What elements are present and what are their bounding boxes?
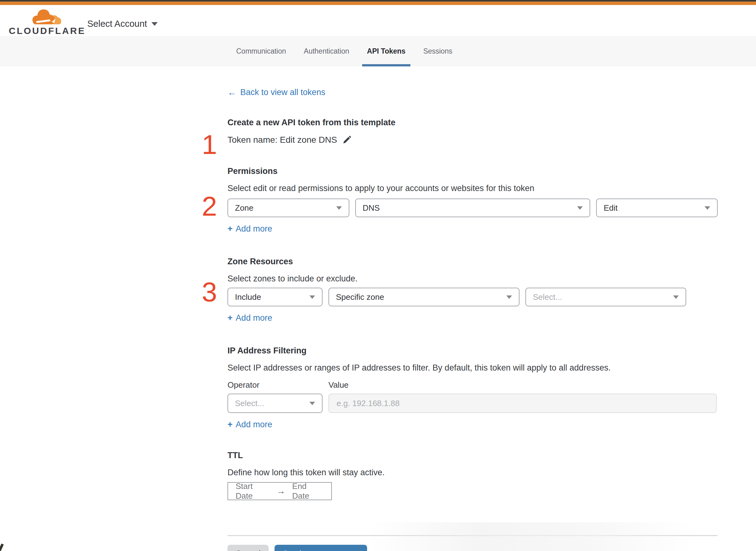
cloudflare-cloud-icon	[30, 7, 62, 25]
footer-divider	[227, 535, 718, 536]
tab-bar: Communication Authentication API Tokens …	[0, 36, 756, 66]
back-to-tokens-link[interactable]: ← Back to view all tokens	[227, 87, 325, 97]
ip-filtering-labels: Operator Value	[227, 380, 718, 390]
ttl-date-range-picker[interactable]: Start Date → End Date	[227, 482, 332, 500]
token-name-row: Token name: Edit zone DNS	[227, 134, 718, 145]
page-title: Create a new API token from this templat…	[227, 117, 718, 128]
zone-picker-placeholder: Select...	[533, 292, 562, 302]
account-selector-label: Select Account	[87, 19, 147, 29]
zone-resources-heading: Zone Resources	[227, 256, 718, 267]
create-token-form: ← Back to view all tokens Create a new A…	[227, 66, 718, 551]
annotation-number-1: 1	[200, 131, 219, 158]
edit-pencil-icon[interactable]	[342, 135, 351, 145]
chevron-down-icon	[577, 206, 583, 210]
annotation-number-2: 2	[200, 192, 219, 220]
chevron-down-icon	[673, 296, 679, 299]
cloudflare-wordmark: CLOUDFLARE	[9, 26, 86, 36]
chevron-down-icon	[309, 296, 315, 299]
plus-icon: +	[227, 419, 232, 430]
tab-api-tokens[interactable]: API Tokens	[362, 36, 411, 66]
tab-communication[interactable]: Communication	[231, 36, 291, 66]
chevron-down-icon	[506, 296, 512, 299]
permission-resource-select[interactable]: DNS	[355, 198, 590, 217]
tab-sessions[interactable]: Sessions	[418, 36, 457, 66]
permissions-heading: Permissions	[227, 165, 718, 177]
ip-operator-select[interactable]: Select...	[227, 394, 322, 413]
back-link-label: Back to view all tokens	[240, 87, 325, 97]
end-date-placeholder: End Date	[292, 482, 324, 501]
token-name-text: Token name: Edit zone DNS	[227, 134, 337, 145]
screenshot-artifact	[0, 544, 4, 551]
value-label: Value	[328, 380, 349, 390]
start-date-placeholder: Start Date	[235, 482, 270, 501]
permission-scope-value: Zone	[235, 203, 253, 213]
permission-access-value: Edit	[604, 203, 618, 213]
add-more-label: Add more	[235, 223, 272, 234]
brand-top-bar	[0, 2, 756, 5]
chevron-down-icon	[309, 402, 315, 405]
tab-authentication[interactable]: Authentication	[299, 36, 354, 66]
permission-access-select[interactable]: Edit	[596, 198, 718, 217]
continue-to-summary-button[interactable]: Continue to summary	[274, 545, 367, 551]
zone-type-value: Specific zone	[336, 292, 384, 302]
cancel-button[interactable]: Cancel	[227, 545, 269, 551]
ip-filtering-heading: IP Address Filtering	[227, 345, 718, 356]
zone-type-select[interactable]: Specific zone	[328, 288, 520, 307]
operator-label: Operator	[227, 380, 328, 390]
permission-scope-select[interactable]: Zone	[227, 198, 349, 217]
permissions-description: Select edit or read permissions to apply…	[227, 183, 718, 193]
account-selector[interactable]: Select Account	[87, 19, 158, 29]
ttl-heading: TTL	[227, 450, 718, 461]
permission-resource-value: DNS	[363, 203, 380, 213]
add-more-zone-link[interactable]: + Add more	[227, 313, 272, 323]
ip-filtering-description: Select IP addresses or ranges of IP addr…	[227, 363, 718, 373]
chevron-down-icon	[705, 206, 710, 210]
annotation-number-3: 3	[200, 278, 219, 306]
app-header: CLOUDFLARE Select Account	[0, 5, 756, 36]
zone-mode-value: Include	[235, 292, 261, 302]
zone-picker-select[interactable]: Select...	[525, 288, 686, 307]
ip-value-input[interactable]	[328, 394, 717, 413]
permissions-row: Zone DNS Edit	[227, 198, 718, 217]
add-more-label: Add more	[235, 313, 272, 323]
cloudflare-logo[interactable]: CLOUDFLARE	[9, 7, 71, 35]
zone-resources-description: Select zones to include or exclude.	[227, 273, 718, 284]
add-more-label: Add more	[235, 419, 272, 430]
ip-operator-placeholder: Select...	[235, 399, 264, 408]
zone-mode-select[interactable]: Include	[227, 288, 322, 307]
right-arrow-icon: →	[277, 486, 285, 496]
plus-icon: +	[227, 313, 232, 323]
chevron-down-icon	[151, 22, 158, 26]
ttl-description: Define how long this token will stay act…	[227, 467, 718, 478]
plus-icon: +	[227, 223, 232, 234]
zone-resources-row: Include Specific zone Select...	[227, 288, 718, 307]
ip-filtering-row: Select...	[227, 394, 718, 413]
add-more-ip-link[interactable]: + Add more	[227, 419, 272, 430]
add-more-permission-link[interactable]: + Add more	[227, 223, 272, 234]
chevron-down-icon	[336, 206, 342, 210]
left-arrow-icon: ←	[227, 87, 236, 97]
footer-actions: Cancel Continue to summary	[227, 545, 718, 551]
